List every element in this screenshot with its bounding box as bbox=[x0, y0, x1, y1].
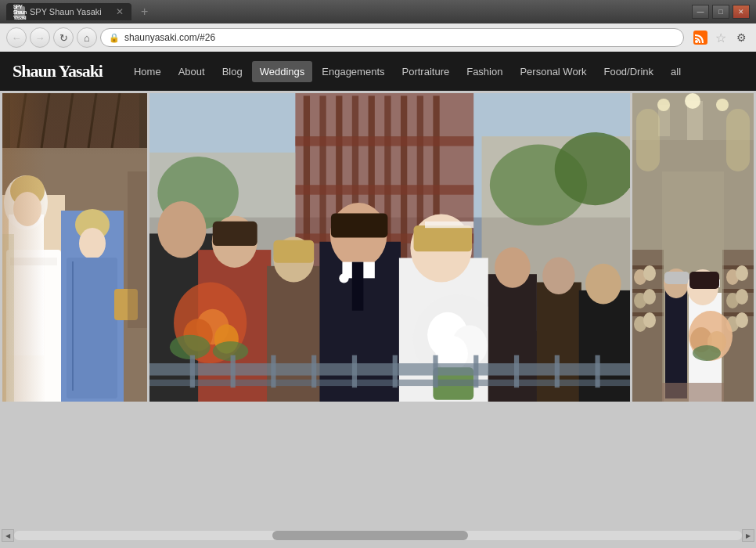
svg-line-8 bbox=[88, 93, 96, 148]
browser-actions: ☆ ⚙ bbox=[692, 29, 750, 46]
svg-point-46 bbox=[157, 157, 239, 229]
gallery-col-left bbox=[2, 93, 147, 402]
site-logo[interactable]: Shaun Yasaki bbox=[13, 61, 103, 81]
minimize-button[interactable]: — bbox=[692, 5, 709, 19]
address-bar[interactable]: 🔒 shaunyasaki.com/#26 bbox=[100, 28, 684, 47]
svg-point-75 bbox=[436, 336, 468, 372]
svg-rect-104 bbox=[658, 105, 670, 136]
svg-rect-89 bbox=[352, 355, 357, 388]
window-controls: — □ ✕ bbox=[692, 5, 750, 19]
svg-rect-76 bbox=[433, 367, 473, 399]
rss-button[interactable] bbox=[692, 29, 709, 46]
svg-point-78 bbox=[495, 247, 531, 288]
svg-line-5 bbox=[18, 93, 26, 148]
svg-rect-99 bbox=[636, 109, 660, 171]
svg-rect-27 bbox=[149, 93, 630, 402]
new-tab-button[interactable]: + bbox=[136, 3, 153, 20]
home-button[interactable]: ⌂ bbox=[77, 27, 97, 48]
nav-about[interactable]: About bbox=[171, 61, 213, 82]
svg-point-120 bbox=[643, 312, 656, 328]
nav-home[interactable]: Home bbox=[126, 61, 169, 82]
svg-rect-16 bbox=[6, 250, 61, 402]
svg-rect-81 bbox=[579, 290, 630, 402]
svg-rect-10 bbox=[2, 148, 147, 402]
svg-rect-62 bbox=[319, 242, 401, 402]
svg-rect-26 bbox=[149, 93, 630, 250]
tools-button[interactable]: ⚙ bbox=[733, 29, 750, 46]
svg-rect-3 bbox=[2, 93, 147, 156]
svg-point-20 bbox=[79, 228, 106, 259]
svg-point-53 bbox=[174, 283, 247, 364]
gallery-col-center bbox=[149, 93, 630, 402]
photo-right[interactable] bbox=[632, 93, 754, 402]
forward-button[interactable]: → bbox=[30, 27, 50, 48]
tab-title: SPY Shaun Yasaki bbox=[30, 7, 102, 16]
svg-point-44 bbox=[490, 145, 587, 226]
scrollbar-track[interactable] bbox=[14, 531, 742, 540]
bookmark-button[interactable]: ☆ bbox=[712, 29, 729, 46]
svg-rect-129 bbox=[664, 272, 689, 284]
svg-rect-127 bbox=[665, 289, 687, 398]
svg-rect-70 bbox=[414, 225, 473, 251]
svg-rect-91 bbox=[433, 355, 437, 388]
scroll-left-button[interactable]: ◀ bbox=[2, 529, 14, 542]
svg-point-63 bbox=[330, 203, 387, 268]
svg-point-73 bbox=[427, 312, 468, 358]
address-lock-icon: 🔒 bbox=[109, 33, 120, 43]
svg-point-80 bbox=[542, 257, 574, 294]
svg-rect-138 bbox=[662, 383, 724, 402]
svg-rect-84 bbox=[149, 380, 630, 386]
svg-point-55 bbox=[183, 319, 212, 351]
svg-rect-48 bbox=[149, 233, 214, 402]
svg-point-103 bbox=[716, 99, 729, 111]
browser-tab[interactable]: SPY Shaun Yasaki SPY Shaun Yasaki ✕ bbox=[6, 3, 131, 20]
svg-rect-38 bbox=[433, 96, 439, 323]
svg-rect-29 bbox=[295, 93, 473, 331]
svg-point-45 bbox=[555, 132, 630, 205]
nav-food-drink[interactable]: Food/Drink bbox=[596, 61, 661, 82]
svg-point-69 bbox=[410, 215, 472, 283]
close-button[interactable]: ✕ bbox=[733, 5, 750, 19]
svg-rect-87 bbox=[271, 355, 275, 388]
photo-center[interactable] bbox=[149, 93, 630, 402]
nav-blog[interactable]: Blog bbox=[214, 61, 250, 82]
scroll-right-button[interactable]: ▶ bbox=[742, 529, 754, 542]
svg-rect-28 bbox=[149, 93, 630, 218]
nav-all[interactable]: all bbox=[663, 61, 689, 82]
nav-engagements[interactable]: Engagements bbox=[314, 61, 392, 82]
svg-rect-24 bbox=[2, 234, 14, 402]
svg-rect-21 bbox=[67, 258, 117, 398]
svg-point-124 bbox=[736, 289, 748, 305]
maximize-button[interactable]: □ bbox=[712, 5, 729, 19]
svg-point-49 bbox=[157, 201, 206, 258]
svg-rect-100 bbox=[726, 109, 750, 171]
photo-gallery bbox=[0, 91, 756, 404]
svg-rect-88 bbox=[311, 355, 316, 388]
svg-point-82 bbox=[585, 264, 621, 305]
svg-rect-77 bbox=[488, 274, 537, 402]
tab-close-button[interactable]: ✕ bbox=[116, 6, 124, 17]
svg-rect-36 bbox=[401, 96, 407, 323]
nav-portraiture[interactable]: Portraiture bbox=[394, 61, 458, 82]
svg-rect-30 bbox=[304, 96, 310, 323]
svg-rect-59 bbox=[267, 266, 323, 402]
photo-left[interactable] bbox=[2, 93, 147, 402]
svg-rect-4 bbox=[10, 93, 139, 148]
svg-rect-64 bbox=[331, 214, 387, 238]
refresh-button[interactable]: ↻ bbox=[53, 27, 74, 48]
svg-rect-65 bbox=[342, 262, 374, 279]
svg-rect-37 bbox=[417, 96, 423, 306]
svg-point-122 bbox=[736, 265, 748, 281]
svg-line-9 bbox=[112, 93, 120, 148]
svg-point-72 bbox=[413, 294, 502, 384]
svg-line-6 bbox=[41, 93, 49, 148]
address-url: shaunyasaki.com/#26 bbox=[124, 32, 215, 43]
back-button[interactable]: ← bbox=[6, 27, 27, 48]
scrollbar-thumb[interactable] bbox=[272, 531, 468, 540]
svg-point-58 bbox=[213, 341, 249, 361]
nav-personal-work[interactable]: Personal Work bbox=[512, 61, 594, 82]
nav-fashion[interactable]: Fashion bbox=[459, 61, 510, 82]
svg-rect-86 bbox=[231, 355, 236, 388]
svg-rect-34 bbox=[369, 96, 375, 323]
nav-weddings[interactable]: Weddings bbox=[252, 61, 313, 82]
